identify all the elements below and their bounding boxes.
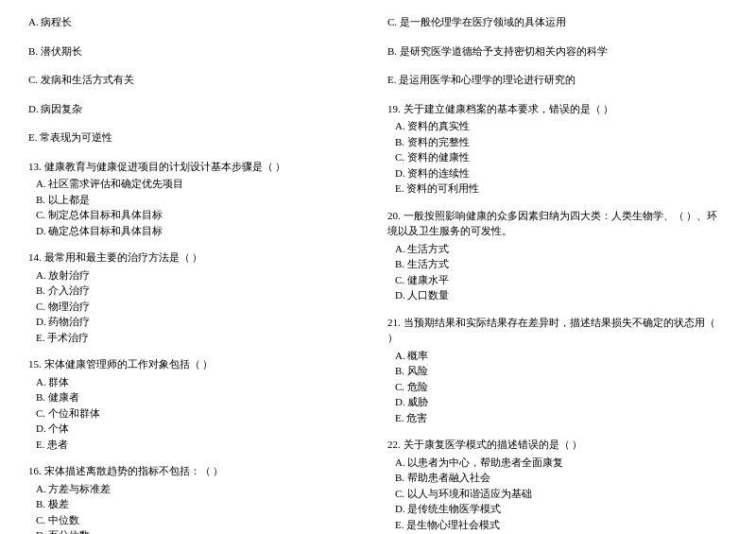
question-title: 16. 宋体描述离散趋势的指标不包括：（ ） bbox=[28, 463, 369, 479]
question-block: D. 病因复杂 bbox=[28, 101, 369, 119]
question-title: 14. 最常用和最主要的治疗方法是（ ） bbox=[28, 250, 369, 266]
option: E. 患者 bbox=[28, 437, 369, 453]
option: D. 资料的连续性 bbox=[387, 165, 728, 181]
option: C. 个位和群体 bbox=[28, 405, 369, 422]
option: D. 药物治疗 bbox=[28, 314, 369, 330]
question-title: 19. 关于建立健康档案的基本要求，错误的是（ ） bbox=[387, 101, 728, 117]
question-title: B. 是研究医学道德给予支持密切相关内容的科学 bbox=[387, 43, 728, 60]
option: B. 介入治疗 bbox=[28, 283, 369, 299]
question-block: 20. 一般按照影响健康的众多因素归纳为四大类：人类生物学、（ ）、环境以及卫生… bbox=[387, 208, 728, 303]
option: E. 手术治疗 bbox=[28, 330, 369, 346]
question-title: A. 病程长 bbox=[28, 14, 369, 30]
option: D. 是传统生物医学模式 bbox=[387, 501, 728, 517]
option: A. 方差与标准差 bbox=[28, 481, 369, 497]
main-columns: A. 病程长B. 潜伏期长C. 发病和生活方式有关D. 病因复杂E. 常表现为可… bbox=[28, 14, 728, 534]
question-title: 22. 关于康复医学模式的描述错误的是（ ） bbox=[387, 437, 728, 453]
question-title: C. 发病和生活方式有关 bbox=[28, 72, 369, 88]
question-title: E. 常表现为可逆性 bbox=[28, 129, 369, 146]
option: B. 帮助患者融入社会 bbox=[387, 470, 728, 486]
question-title: E. 是运用医学和心理学的理论进行研究的 bbox=[387, 72, 728, 88]
question-block: C. 是一般伦理学在医疗领域的具体运用 bbox=[387, 14, 728, 32]
option: B. 健康者 bbox=[28, 389, 369, 405]
option: B. 极差 bbox=[28, 496, 369, 512]
question-block: 14. 最常用和最主要的治疗方法是（ ）A. 放射治疗B. 介入治疗C. 物理治… bbox=[28, 250, 369, 345]
option: E. 危害 bbox=[387, 410, 728, 426]
option: E. 是生物心理社会模式 bbox=[387, 517, 728, 533]
option: B. 生活方式 bbox=[387, 256, 728, 272]
question-title: D. 病因复杂 bbox=[28, 101, 369, 117]
option: A. 概率 bbox=[387, 348, 728, 364]
option: E. 资料的可利用性 bbox=[387, 181, 728, 197]
option: D. 确定总体目标和具体目标 bbox=[28, 223, 369, 239]
right-column: C. 是一般伦理学在医疗领域的具体运用B. 是研究医学道德给予支持密切相关内容的… bbox=[387, 14, 728, 534]
question-title: C. 是一般伦理学在医疗领域的具体运用 bbox=[387, 14, 728, 30]
question-title: B. 潜伏期长 bbox=[28, 43, 369, 60]
question-title: 13. 健康教育与健康促进项目的计划设计基本步骤是（ ） bbox=[28, 159, 369, 175]
question-block: 22. 关于康复医学模式的描述错误的是（ ）A. 以患者为中心，帮助患者全面康复… bbox=[387, 437, 728, 532]
option: A. 生活方式 bbox=[387, 241, 728, 257]
option: B. 风险 bbox=[387, 363, 728, 379]
option: B. 资料的完整性 bbox=[387, 134, 728, 150]
question-block: 13. 健康教育与健康促进项目的计划设计基本步骤是（ ）A. 社区需求评估和确定… bbox=[28, 159, 369, 239]
option: D. 个体 bbox=[28, 421, 369, 437]
option: C. 资料的健康性 bbox=[387, 149, 728, 165]
left-column: A. 病程长B. 潜伏期长C. 发病和生活方式有关D. 病因复杂E. 常表现为可… bbox=[28, 14, 369, 534]
page-container: A. 病程长B. 潜伏期长C. 发病和生活方式有关D. 病因复杂E. 常表现为可… bbox=[28, 14, 728, 534]
question-block: 21. 当预期结果和实际结果存在差异时，描述结果损失不确定的状态用（ ）A. 概… bbox=[387, 315, 728, 426]
question-block: B. 是研究医学道德给予支持密切相关内容的科学 bbox=[387, 43, 728, 61]
option: A. 群体 bbox=[28, 374, 369, 390]
question-block: C. 发病和生活方式有关 bbox=[28, 72, 369, 90]
question-title: 20. 一般按照影响健康的众多因素归纳为四大类：人类生物学、（ ）、环境以及卫生… bbox=[387, 208, 728, 239]
option: A. 以患者为中心，帮助患者全面康复 bbox=[387, 455, 728, 471]
question-block: 16. 宋体描述离散趋势的指标不包括：（ ）A. 方差与标准差B. 极差C. 中… bbox=[28, 463, 369, 534]
option: C. 危险 bbox=[387, 379, 728, 395]
option: D. 百分位数 bbox=[28, 527, 369, 534]
question-block: 15. 宋体健康管理师的工作对象包括（ ）A. 群体B. 健康者C. 个位和群体… bbox=[28, 356, 369, 452]
option: D. 人口数量 bbox=[387, 287, 728, 303]
option: C. 以人与环境和谐适应为基础 bbox=[387, 486, 728, 502]
option: C. 制定总体目标和具体目标 bbox=[28, 207, 369, 223]
option: A. 社区需求评估和确定优先项目 bbox=[28, 176, 369, 192]
option: C. 物理治疗 bbox=[28, 299, 369, 315]
option: D. 威胁 bbox=[387, 394, 728, 410]
question-block: E. 是运用医学和心理学的理论进行研究的 bbox=[387, 72, 728, 90]
question-block: 19. 关于建立健康档案的基本要求，错误的是（ ）A. 资料的真实性B. 资料的… bbox=[387, 101, 728, 197]
question-title: 21. 当预期结果和实际结果存在差异时，描述结果损失不确定的状态用（ ） bbox=[387, 315, 728, 346]
option: C. 中位数 bbox=[28, 512, 369, 528]
option: C. 健康水平 bbox=[387, 272, 728, 288]
question-title: 15. 宋体健康管理师的工作对象包括（ ） bbox=[28, 356, 369, 372]
question-block: E. 常表现为可逆性 bbox=[28, 129, 369, 147]
option: A. 放射治疗 bbox=[28, 267, 369, 284]
option: B. 以上都是 bbox=[28, 192, 369, 208]
option: A. 资料的真实性 bbox=[387, 118, 728, 134]
question-block: B. 潜伏期长 bbox=[28, 43, 369, 61]
question-block: A. 病程长 bbox=[28, 14, 369, 32]
